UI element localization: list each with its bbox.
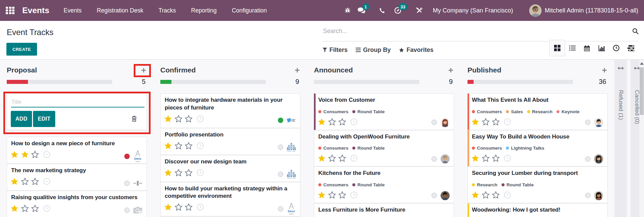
- favorites-button[interactable]: Favorites: [399, 46, 433, 54]
- star-empty-icon[interactable]: [174, 203, 183, 211]
- activity-clock-icon[interactable]: [197, 169, 204, 176]
- vertical-scrollbar[interactable]: [639, 60, 644, 217]
- activity-clock-icon[interactable]: [504, 155, 511, 162]
- list-view-button[interactable]: [565, 40, 580, 56]
- column-progressbar[interactable]: [468, 80, 573, 84]
- star-full-icon[interactable]: [471, 154, 479, 162]
- kanban-card[interactable]: Securing your Lumber during transportRes…: [468, 166, 608, 203]
- star-empty-icon[interactable]: [492, 154, 500, 162]
- star-full-icon[interactable]: [164, 115, 172, 123]
- star-empty-icon[interactable]: [31, 178, 39, 185]
- star-full-icon[interactable]: [21, 151, 29, 158]
- scrollbar-thumb[interactable]: [640, 67, 644, 115]
- group-by-button[interactable]: Group By: [356, 46, 391, 54]
- kanban-card[interactable]: Woodworking: How I got started!: [468, 203, 608, 217]
- systray-phone-button[interactable]: [375, 0, 389, 21]
- kanban-state-dot[interactable]: [124, 181, 130, 186]
- star-empty-icon[interactable]: [174, 169, 183, 177]
- kanban-state-dot[interactable]: [585, 120, 590, 125]
- menu-item-reporting[interactable]: Reporting: [184, 0, 224, 21]
- star-full-icon[interactable]: [164, 169, 172, 177]
- filters-button[interactable]: Filters: [323, 46, 348, 54]
- star-empty-icon[interactable]: [482, 191, 490, 199]
- column-progressbar[interactable]: [314, 80, 419, 84]
- star-full-icon[interactable]: [10, 178, 19, 185]
- kanban-card[interactable]: Voice from CustomerConsumersRound Table: [314, 93, 454, 130]
- activity-clock-icon[interactable]: [43, 205, 50, 212]
- search-input[interactable]: Search...: [323, 28, 347, 35]
- kanban-state-dot[interactable]: [585, 193, 590, 198]
- kanban-state-dot[interactable]: [431, 193, 437, 198]
- activity-clock-icon[interactable]: [43, 151, 50, 158]
- kanban-state-dot[interactable]: [431, 156, 437, 162]
- kanban-card[interactable]: Less Furniture is More Furniture: [314, 203, 454, 217]
- column-quick-create-plus-icon[interactable]: [140, 68, 147, 72]
- kanban-state-dot[interactable]: [124, 208, 130, 213]
- star-full-icon[interactable]: [164, 142, 172, 150]
- systray-bug-button[interactable]: [341, 0, 355, 21]
- star-full-icon[interactable]: [10, 151, 19, 158]
- column-quick-create-plus-icon[interactable]: [294, 68, 300, 72]
- star-empty-icon[interactable]: [31, 151, 39, 158]
- star-full-icon[interactable]: [10, 205, 19, 212]
- folded-column-refused-1-[interactable]: Refused (1): [614, 60, 627, 217]
- kanban-card[interactable]: The new marketing strategy: [7, 164, 147, 191]
- star-empty-icon[interactable]: [21, 178, 29, 185]
- activity-clock-icon[interactable]: [350, 118, 357, 125]
- app-name[interactable]: Events: [22, 6, 49, 15]
- menu-item-registration-desk[interactable]: Registration Desk: [89, 0, 151, 21]
- kanban-state-dot[interactable]: [585, 156, 590, 162]
- column-progressbar[interactable]: [7, 80, 112, 84]
- activity-clock-icon[interactable]: [350, 191, 357, 198]
- star-empty-icon[interactable]: [21, 205, 29, 212]
- apps-menu-button[interactable]: [2, 0, 18, 21]
- star-empty-icon[interactable]: [174, 142, 183, 150]
- activity-clock-icon[interactable]: [197, 142, 204, 149]
- kanban-card[interactable]: Dealing with OpenWood FurnitureConsumers…: [314, 130, 454, 167]
- search-bar[interactable]: Search...: [323, 25, 638, 41]
- kanban-state-dot[interactable]: [278, 118, 283, 123]
- quick-create-edit-button[interactable]: EDIT: [33, 111, 55, 127]
- graph-view-button[interactable]: [594, 40, 609, 56]
- star-full-icon[interactable]: [318, 191, 326, 199]
- star-full-icon[interactable]: [318, 118, 326, 126]
- quick-create-discard-trash-icon[interactable]: [132, 115, 137, 123]
- activity-view-button[interactable]: [609, 40, 624, 56]
- kanban-card[interactable]: Portfolio presentation"READY MAT": [160, 128, 300, 155]
- kanban-card[interactable]: How to build your marketing strategy wit…: [160, 182, 300, 217]
- kanban-card[interactable]: Raising qualitive insights from your cus…: [7, 191, 147, 217]
- star-empty-icon[interactable]: [185, 203, 193, 211]
- star-full-icon[interactable]: [471, 118, 479, 126]
- create-button[interactable]: CREATE: [6, 43, 37, 56]
- systray-activities-button[interactable]: 33: [391, 0, 405, 21]
- activity-clock-icon[interactable]: [197, 204, 204, 211]
- kanban-state-dot[interactable]: [278, 145, 283, 150]
- star-full-icon[interactable]: [318, 154, 326, 162]
- unfold-arrows-icon[interactable]: [614, 66, 627, 70]
- kanban-card[interactable]: Discover our new design team"READY MAT": [160, 155, 300, 182]
- kanban-state-dot[interactable]: [431, 120, 437, 125]
- kanban-card[interactable]: How to design a new piece of furnitureDe…: [7, 137, 147, 164]
- activity-clock-icon[interactable]: [504, 118, 511, 125]
- star-empty-icon[interactable]: [328, 118, 336, 126]
- kanban-state-dot[interactable]: [278, 172, 283, 177]
- star-empty-icon[interactable]: [185, 142, 193, 150]
- quick-create-title-input[interactable]: [11, 97, 144, 107]
- systray-messages-button[interactable]: 1: [355, 0, 369, 21]
- star-empty-icon[interactable]: [482, 118, 490, 126]
- star-empty-icon[interactable]: [185, 169, 193, 177]
- star-empty-icon[interactable]: [328, 191, 336, 199]
- activity-clock-icon[interactable]: [197, 115, 204, 122]
- column-quick-create-plus-icon[interactable]: [447, 68, 454, 72]
- activity-clock-icon[interactable]: [43, 178, 50, 185]
- systray-tools-button[interactable]: [412, 0, 426, 21]
- star-empty-icon[interactable]: [31, 205, 39, 212]
- kanban-state-dot[interactable]: [124, 154, 130, 159]
- kanban-card[interactable]: Kitchens for the FutureConsumersRound Ta…: [314, 166, 454, 203]
- company-switcher[interactable]: My Company (San Francisco): [433, 7, 513, 14]
- star-empty-icon[interactable]: [174, 115, 183, 123]
- star-empty-icon[interactable]: [482, 154, 490, 162]
- star-full-icon[interactable]: [164, 203, 172, 211]
- star-empty-icon[interactable]: [338, 118, 346, 126]
- quick-create-add-button[interactable]: ADD: [11, 111, 32, 127]
